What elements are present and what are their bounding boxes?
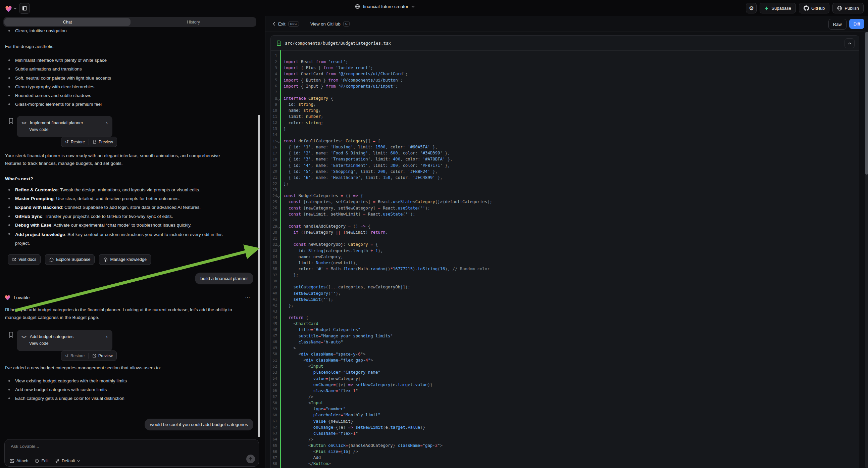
line-number: 21 [271, 175, 277, 180]
line-number: 48 [271, 340, 277, 344]
mode-select[interactable]: Default [55, 459, 80, 463]
project-switcher[interactable]: financial-future-creator [355, 4, 415, 9]
fold-chevron-icon[interactable] [277, 243, 280, 247]
line-number: 5 [271, 78, 277, 82]
file-path: src/components/budget/BudgetCategories.t… [285, 40, 391, 46]
code-line: 8interface Category { [271, 95, 859, 101]
line-number: 56 [271, 388, 277, 393]
explore-supabase-button[interactable]: Explore Supabase [45, 254, 95, 265]
github-button[interactable]: GitHub [799, 3, 829, 13]
esc-kbd: ESC [288, 21, 299, 27]
bullet-dot [8, 198, 10, 199]
message-more-button[interactable]: ⋯ [245, 294, 250, 300]
line-number: 54 [271, 376, 277, 381]
tab-history[interactable]: History [131, 18, 255, 26]
code-line: 60 placeholder="Monthly limit" [271, 412, 859, 418]
version-card-add-budget-categories[interactable]: <> Add budget categories › View code [17, 330, 113, 351]
manage-knowledge-button[interactable]: Manage knowledge [99, 254, 151, 265]
chat-input[interactable] [10, 443, 213, 449]
supabase-button[interactable]: Supabase [760, 3, 796, 13]
code-line: 16 { id: '1', name: 'Housing', limit: 15… [271, 144, 859, 150]
view-on-github-button[interactable]: View on GitHub G [310, 21, 350, 27]
code-line: 57 /> [271, 394, 859, 400]
list-item: Rounded corners and subtle shadows [15, 92, 91, 99]
edit-mode-button[interactable]: Edit [35, 459, 49, 463]
line-number: 10 [271, 109, 277, 113]
chevron-up-icon [848, 42, 851, 45]
list-item: Add project knowledge: Set key context o… [15, 230, 231, 248]
supabase-icon [764, 6, 769, 11]
line-number: 37 [271, 273, 277, 277]
code-line: 24const BudgetCategories = () => { [271, 193, 859, 199]
user-message-bubble: would be cool if you could add budget ca… [145, 419, 253, 430]
raw-toggle-button[interactable]: Raw [829, 19, 846, 30]
assistant-message: I'll help you add budget categories to t… [5, 306, 243, 321]
code-line: 62 onChange={(e) => setNewLimit(e.target… [271, 425, 859, 430]
restore-icon: ↺ [65, 353, 68, 358]
code-line: 27 const [newLimit, setNewLimit] = React… [271, 211, 859, 217]
view-code-link[interactable]: View code [17, 125, 113, 132]
bullet-dot [8, 189, 10, 191]
code-line: 17 { id: '2', name: 'Food & Dining', lim… [271, 150, 859, 156]
code-line: 56 className="flex-1" [271, 388, 859, 394]
code-line: 23 [271, 187, 859, 193]
collapse-file-button[interactable] [844, 38, 855, 48]
panel-icon [22, 6, 27, 11]
tab-chat[interactable]: Chat [4, 18, 130, 26]
bullet-dot [8, 389, 10, 390]
preview-button[interactable]: Preview [89, 351, 117, 360]
external-link-icon [12, 258, 16, 262]
code-line: 28 [271, 217, 859, 223]
code-line: 35 limit: Number(newLimit), [271, 260, 859, 266]
visit-docs-button[interactable]: Visit docs [8, 254, 40, 265]
diff-toggle-button[interactable]: Diff [849, 19, 864, 29]
lovable-logo-menu[interactable] [5, 5, 17, 12]
sidebar-toggle-button[interactable] [19, 3, 30, 14]
line-number: 67 [271, 456, 277, 460]
exit-button[interactable]: Exit ESC [273, 21, 299, 27]
line-number: 16 [271, 145, 277, 149]
line-number: 43 [271, 309, 277, 314]
file-header[interactable]: src/components/budget/BudgetCategories.t… [271, 36, 859, 51]
code-line: 59 type="number" [271, 406, 859, 412]
fold-chevron-icon[interactable] [277, 140, 280, 143]
line-number: 45 [271, 322, 277, 326]
lovable-heart-icon [5, 5, 12, 12]
line-number: 30 [271, 230, 277, 235]
code-line: 25 const [categories, setCategories] = R… [271, 199, 859, 205]
settings-button[interactable]: ⚙ [746, 3, 756, 13]
fold-chevron-icon[interactable] [277, 225, 280, 228]
project-name: financial-future-creator [363, 4, 408, 9]
line-number: 41 [271, 297, 277, 301]
code-line: 4import ChartCard from '@/components/ui/… [271, 71, 859, 77]
preview-button[interactable]: Preview [89, 137, 117, 147]
send-button[interactable] [246, 455, 255, 463]
restore-button[interactable]: ↺ Restore [61, 137, 89, 147]
publish-button[interactable]: Publish [832, 3, 864, 13]
code-icon: <> [22, 334, 27, 339]
line-number: 66 [271, 449, 277, 454]
code-line: 41 setNewLimit(''); [271, 296, 859, 302]
restore-button[interactable]: ↺ Restore [61, 351, 88, 360]
version-card-implement-financial-planner[interactable]: <> Implement financial planner › View co… [17, 116, 113, 137]
code-line: 10 name: string; [271, 108, 859, 114]
code-line: 45 <ChartCard [271, 321, 859, 327]
line-number: 52 [271, 364, 277, 369]
code-line: 18 { id: '3', name: 'Transportation', li… [271, 156, 859, 162]
line-number: 49 [271, 346, 277, 350]
fold-chevron-icon[interactable] [277, 195, 280, 198]
line-number: 65 [271, 443, 277, 448]
bookmark-icon[interactable] [8, 118, 14, 124]
restore-preview-pill: ↺ Restore Preview [61, 137, 117, 147]
attach-button[interactable]: Attach [10, 459, 28, 463]
line-number: 38 [271, 279, 277, 283]
fold-chevron-icon[interactable] [277, 97, 280, 101]
line-number: 44 [271, 316, 277, 320]
code-scrollbar-thumb[interactable] [865, 32, 868, 175]
project-icon [355, 4, 360, 9]
line-number: 39 [271, 285, 277, 289]
view-code-link[interactable]: View code [17, 340, 113, 346]
bookmark-icon[interactable] [8, 332, 14, 338]
chat-scrollbar-thumb[interactable] [258, 115, 260, 437]
code-line: 13} [271, 126, 859, 132]
